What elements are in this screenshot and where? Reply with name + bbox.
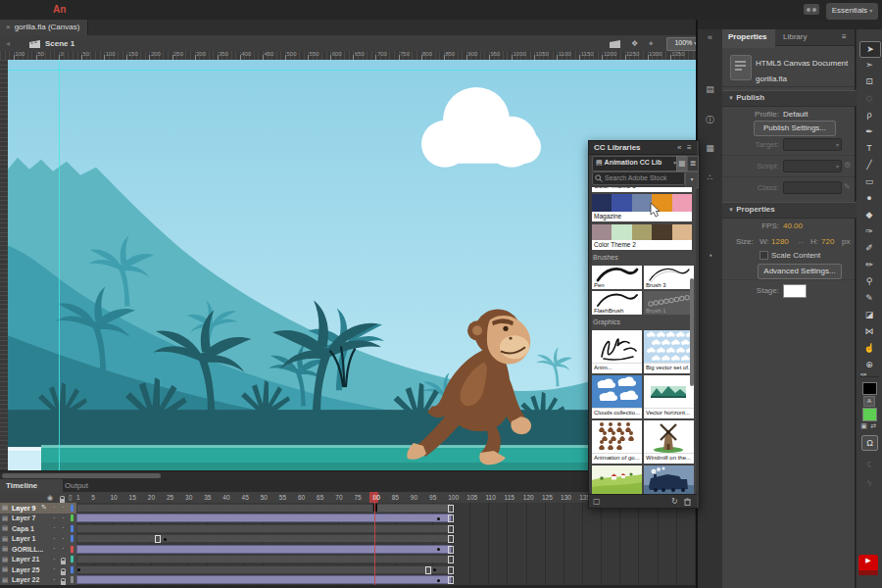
fill-color-swatch[interactable] bbox=[862, 408, 877, 421]
straighten-option-icon[interactable]: ϟ bbox=[859, 478, 879, 488]
hand-tool[interactable]: ☝ bbox=[859, 341, 879, 356]
youtube-watermark-icon[interactable]: ▶ bbox=[858, 555, 878, 571]
default-colors-icon[interactable]: ▣ bbox=[859, 422, 868, 430]
back-arrow-icon[interactable]: ◂ bbox=[6, 39, 10, 48]
cc-libraries-title-bar[interactable]: CC Libraries « ≡ bbox=[589, 141, 697, 155]
panel-menu-icon[interactable]: ≡ bbox=[842, 32, 847, 41]
width-value[interactable]: 1280 bbox=[771, 237, 789, 246]
frame-span[interactable] bbox=[76, 534, 452, 543]
eyedropper-tool[interactable]: ✑ bbox=[859, 224, 879, 239]
collapse-icon[interactable]: « bbox=[677, 143, 681, 152]
layer-outline-color-swatch[interactable] bbox=[71, 566, 74, 573]
pen-tool[interactable]: ✒ bbox=[859, 124, 879, 139]
target-select[interactable]: ▾ bbox=[783, 138, 842, 151]
keyframe-dot[interactable] bbox=[437, 517, 440, 520]
color-swatch[interactable] bbox=[592, 224, 612, 240]
scale-content-checkbox[interactable] bbox=[760, 251, 768, 260]
fps-value[interactable]: 40.00 bbox=[783, 221, 803, 230]
frame-span[interactable] bbox=[373, 504, 452, 513]
height-value[interactable]: 720 bbox=[821, 237, 834, 246]
sync-icon[interactable]: ↻ bbox=[671, 497, 678, 506]
bone-tool[interactable]: ⚲ bbox=[859, 274, 879, 289]
text-tool[interactable]: T bbox=[859, 141, 879, 156]
vertical-guide[interactable] bbox=[59, 60, 60, 470]
brush-tool[interactable]: ✐ bbox=[859, 241, 879, 256]
list-view-icon[interactable]: ≣ bbox=[687, 156, 699, 172]
scene-breadcrumb[interactable]: Scene 1 bbox=[45, 39, 74, 48]
color-swatch[interactable] bbox=[612, 194, 631, 212]
clipped-library-card[interactable]: Color Theme 3 bbox=[592, 187, 692, 192]
color-swatch[interactable] bbox=[592, 194, 612, 212]
layer-unlock-dot[interactable]: · bbox=[62, 544, 65, 553]
color-theme-card-0[interactable]: Magazine bbox=[592, 194, 692, 221]
layer-visible-dot[interactable]: · bbox=[53, 564, 56, 573]
graphic-card[interactable]: Village Landsca... bbox=[592, 466, 642, 494]
layer-visible-dot[interactable]: · bbox=[53, 575, 56, 584]
wrench-icon[interactable]: ⚙ bbox=[844, 161, 851, 170]
layer-visible-dot[interactable]: · bbox=[53, 544, 56, 553]
frame-span[interactable] bbox=[76, 575, 452, 584]
link-wh-icon[interactable]: ↔ bbox=[797, 237, 805, 246]
window-close-button[interactable] bbox=[8, 5, 17, 14]
hollow-keyframe[interactable] bbox=[425, 566, 431, 574]
hollow-keyframe[interactable] bbox=[155, 535, 161, 543]
graphic-card[interactable]: Big vector set of... bbox=[644, 330, 694, 373]
layer-outline-color-swatch[interactable] bbox=[71, 556, 74, 563]
brush-card[interactable]: FlashBrush bbox=[592, 291, 642, 315]
layer-outline-color-swatch[interactable] bbox=[71, 525, 74, 532]
layer-unlock-dot[interactable]: · bbox=[62, 523, 65, 532]
oval-tool[interactable]: ● bbox=[859, 191, 879, 206]
paint-brush-tool[interactable]: ✏ bbox=[859, 258, 879, 272]
layer-visible-dot[interactable]: · bbox=[53, 555, 56, 564]
graphic-card[interactable]: Blue Train / Old... bbox=[644, 466, 694, 494]
history-panel-icon[interactable]: ◔ bbox=[698, 251, 722, 261]
layer-unlock-dot[interactable]: · bbox=[62, 514, 65, 522]
frame-span[interactable] bbox=[76, 524, 452, 533]
rectangle-tool[interactable]: ▭ bbox=[859, 174, 879, 189]
color-swatch[interactable] bbox=[672, 224, 692, 240]
publish-settings-button[interactable]: Publish Settings... bbox=[754, 121, 836, 136]
workspace-switcher-icon[interactable] bbox=[804, 4, 819, 15]
color-swatch[interactable] bbox=[652, 224, 671, 240]
layer-outline-color-swatch[interactable] bbox=[71, 546, 74, 553]
collapse-panels-icon[interactable]: « bbox=[698, 32, 722, 42]
lasso-tool[interactable]: ρ bbox=[859, 108, 879, 122]
frame-span[interactable] bbox=[76, 555, 452, 564]
layer-visible-dot[interactable]: · bbox=[53, 523, 56, 532]
panel-menu-icon[interactable]: ≡ bbox=[687, 143, 692, 152]
layer-visible-dot[interactable]: · bbox=[53, 534, 56, 543]
scrollbar-thumb[interactable] bbox=[2, 473, 161, 478]
brush-card[interactable]: Brush 3 bbox=[644, 266, 694, 289]
frame-span[interactable] bbox=[76, 514, 452, 522]
workspace-selector-button[interactable]: Essentials ▾ bbox=[826, 3, 878, 20]
subselection-tool[interactable]: ➣ bbox=[859, 58, 879, 73]
layer-unlock-dot[interactable]: · bbox=[62, 503, 65, 512]
horizontal-guide[interactable] bbox=[8, 70, 696, 71]
center-stage-icon[interactable]: ⌖ bbox=[649, 39, 654, 49]
cc-scrollbar-thumb[interactable] bbox=[690, 278, 694, 386]
graphic-card[interactable]: Clouds collectio... bbox=[592, 375, 642, 418]
line-tool[interactable]: ╱ bbox=[859, 158, 879, 172]
library-status-icon[interactable]: ▢ bbox=[593, 497, 601, 506]
frame-span[interactable] bbox=[76, 545, 452, 554]
library-select[interactable]: ▤ Animation CC Lib ▾ bbox=[592, 156, 679, 172]
motion-presets-panel-icon[interactable]: ∴ bbox=[698, 172, 722, 182]
layer-outline-color-swatch[interactable] bbox=[71, 576, 74, 583]
brush-card[interactable]: Pen bbox=[592, 266, 642, 289]
selection-tool[interactable]: ➤ bbox=[859, 41, 881, 58]
color-swatch[interactable] bbox=[632, 224, 652, 240]
script-select[interactable]: ▾ bbox=[783, 160, 842, 172]
layer-outline-color-swatch[interactable] bbox=[71, 535, 74, 542]
info-panel-icon[interactable]: ⓘ bbox=[698, 114, 722, 126]
edit-scene-icon[interactable] bbox=[610, 39, 620, 48]
smooth-option-icon[interactable]: ς bbox=[859, 459, 879, 468]
layer-visible-dot[interactable]: · bbox=[53, 514, 56, 522]
tab-properties[interactable]: Properties bbox=[722, 29, 775, 48]
graphic-card[interactable]: Vector horizont... bbox=[644, 375, 694, 418]
layer-outline-color-swatch[interactable] bbox=[71, 514, 74, 521]
graphic-card[interactable]: Windmill on the... bbox=[644, 420, 694, 464]
window-zoom-button[interactable] bbox=[35, 5, 44, 14]
search-scope-caret-icon[interactable]: ▾ bbox=[685, 172, 699, 188]
keyframe-dot[interactable] bbox=[77, 568, 80, 571]
layer-unlock-dot[interactable]: · bbox=[62, 534, 65, 543]
